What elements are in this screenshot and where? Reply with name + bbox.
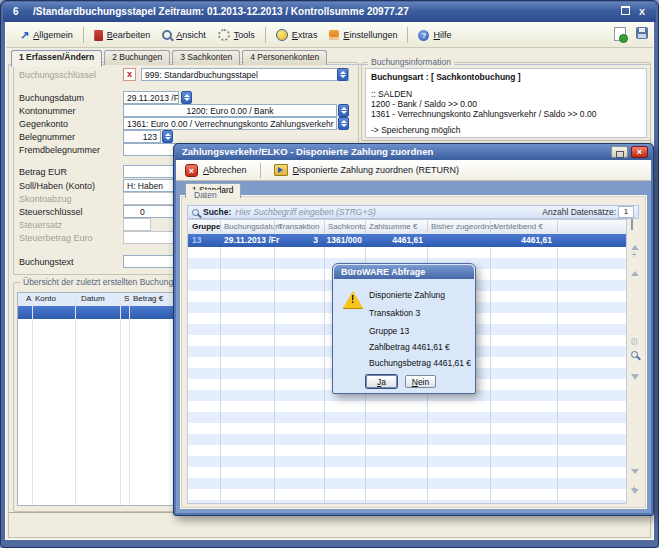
label-soll-haben: Soll/Haben (Konto): [19, 181, 95, 191]
filter-icon[interactable]: [631, 381, 639, 389]
toolbar-right: [614, 27, 648, 41]
label-steuersatz: Steuersatz: [19, 220, 62, 230]
salden-title-text: :: SALDEN: [371, 89, 412, 99]
new-document-icon[interactable]: [614, 27, 626, 41]
menu-item-hilfe[interactable]: ?Hilfe: [412, 28, 457, 43]
buchungsart-text: Buchungsart : [ Sachkontobuchung ]: [371, 72, 521, 82]
col-zahlsumme[interactable]: Zahlsumme €: [369, 222, 417, 231]
dialog-titlebar: Zahlungsverkehr/ELKO - Disponierte Zahlu…: [175, 144, 652, 160]
record-count-value: 1: [618, 206, 634, 218]
extras-icon: [276, 29, 288, 41]
cell-buchungsdatum: 29.11.2013 /Fr: [224, 235, 279, 245]
menu-separator: [407, 27, 408, 43]
dialog-pin-button[interactable]: [611, 146, 628, 158]
toolbar-separator: [260, 163, 261, 178]
group-uebersicht-label: Übersicht der zuletzt erstellten Buchung…: [20, 277, 186, 287]
saldo-bank-text: 1200 - Bank / Saldo >> 0.00: [371, 99, 477, 109]
label-betrag-eur: Betrag EUR: [19, 167, 67, 177]
search-label: Suche:: [203, 207, 231, 217]
gear-icon: [218, 29, 230, 41]
yes-button[interactable]: Ja: [366, 375, 397, 388]
zoom-icon[interactable]: [631, 351, 638, 360]
tab-sachkonten[interactable]: 3 Sachkonten: [172, 50, 240, 65]
speicherung-status-text: -> Speicherung möglich: [371, 125, 461, 135]
scroll-up-icon[interactable]: [631, 263, 639, 271]
msg-line-5: Buchungsbetrag 4461,61 €: [369, 358, 471, 368]
scroll-to-top-icon[interactable]: [631, 237, 639, 245]
window-title: /Standardbuchungsstapel Zeitraum: 01.201…: [33, 6, 409, 17]
menu-item-tools[interactable]: Tools: [212, 27, 261, 43]
col-gruppe[interactable]: Gruppe: [192, 222, 220, 231]
kontonummer-spinner[interactable]: [338, 104, 349, 117]
col-sachkonto[interactable]: Sachkonto: [328, 222, 366, 231]
msg-line-4: Zahlbetrag 4461,61 €: [369, 342, 450, 352]
add-row-icon[interactable]: +: [631, 251, 637, 259]
edit-book-icon: [94, 30, 103, 41]
clear-buchungsschluessel-button[interactable]: x: [123, 68, 136, 81]
menu-separator: [265, 27, 266, 43]
search-placeholder: Hier Suchbegriff eingeben (STRG+S): [235, 207, 376, 217]
screenshot-stage: 6 /Standardbuchungsstapel Zeitraum: 01.2…: [0, 0, 659, 548]
menu-item-bearbeiten[interactable]: Bearbeiten: [88, 28, 157, 43]
buchungsschluessel-field[interactable]: 999: Standardbuchungsstapel: [141, 68, 349, 81]
dialog-close-button[interactable]: ×: [631, 146, 648, 158]
payment-row-selected[interactable]: 13 29.11.2013 /Fr 3 1361/000 4461,61 446…: [188, 234, 626, 247]
search-bar[interactable]: Suche: Hier Suchbegriff eingeben (STRG+S…: [187, 205, 639, 219]
overview-col-betrag[interactable]: Betrag €: [133, 294, 163, 303]
menu-separator: [83, 27, 84, 43]
msg-line-1: Disponierte Zahlung: [369, 290, 445, 300]
scroll-to-bottom-icon[interactable]: [631, 495, 639, 503]
menu-item-allgemein[interactable]: ↗Allgemein: [14, 28, 79, 42]
pin-icon: [616, 151, 624, 158]
arrow-up-right-icon: ↗: [20, 30, 29, 40]
tab-erfassen-aendern[interactable]: 1 Erfassen/Ändern: [11, 50, 102, 67]
label-buchungsschluessel: Buchungsschlüssel: [19, 70, 96, 80]
col-transaktion[interactable]: Transaktion: [278, 222, 320, 231]
belegnummer-spinner[interactable]: [162, 130, 173, 143]
cell-zahlsumme: 4461,61: [365, 235, 423, 245]
cancel-button[interactable]: × Abbrechen: [181, 163, 251, 178]
buchungsdatum-spinner[interactable]: [181, 91, 192, 104]
buchungsschluessel-spinner[interactable]: [337, 68, 348, 81]
messagebox-titlebar: BüroWARE Abfrage: [334, 265, 474, 279]
column-options-icon[interactable]: [631, 221, 633, 229]
gegenkonto-field[interactable]: 1361: Euro 0.00 / Verrechnungskonto Zahl…: [123, 117, 337, 130]
overview-col-a[interactable]: A: [26, 294, 31, 303]
belegnummer-field[interactable]: 123: [123, 130, 161, 143]
tab-buchungen[interactable]: 2 Buchungen: [104, 50, 170, 65]
overview-col-datum[interactable]: Datum: [81, 294, 105, 303]
overview-col-konto[interactable]: Konto: [35, 294, 56, 303]
resize-columns-icon[interactable]: (|): [631, 337, 637, 345]
msg-line-2: Transaktion 3: [369, 308, 420, 318]
menu-item-einstellungen[interactable]: Einstellungen: [323, 28, 403, 42]
save-icon[interactable]: [636, 27, 648, 39]
assign-payment-button[interactable]: Disponierte Zahlung zuordnen (RETURN): [270, 163, 464, 177]
buchungsdatum-field[interactable]: 29.11.2013 /Fr: [123, 91, 179, 104]
restore-button[interactable]: [618, 6, 632, 19]
cell-transaktion: 3: [274, 235, 318, 245]
tab-row: 1 Erfassen/Ändern 2 Buchungen 3 Sachkont…: [11, 50, 329, 65]
label-buchungsdatum: Buchungsdatum: [19, 93, 84, 103]
col-verbleibend[interactable]: Verbleibend €: [494, 222, 543, 231]
label-belegnummer: Belegnummer: [19, 132, 75, 142]
label-fremdbelegnummer: Fremdbelegnummer: [19, 145, 100, 155]
settings-icon: [329, 30, 339, 40]
menu-item-extras[interactable]: Extras: [270, 27, 324, 43]
label-steuerschluessel: Steuerschlüssel: [19, 207, 83, 217]
scroll-down-icon[interactable]: [631, 475, 639, 483]
no-button[interactable]: Nein: [405, 375, 436, 388]
close-button[interactable]: X: [635, 6, 649, 19]
kontonummer-field[interactable]: 1200: Euro 0.00 / Bank: [123, 104, 337, 117]
cell-gruppe: 13: [192, 235, 201, 245]
label-gegenkonto: Gegenkonto: [19, 119, 68, 129]
tab-personenkonten[interactable]: 4 Personenkonten: [242, 50, 327, 65]
gegenkonto-spinner[interactable]: [338, 117, 349, 130]
record-count-label: Anzahl Datensätze:: [542, 207, 616, 217]
col-bisher-zugeordnet[interactable]: Bisher zugeordnet: [431, 222, 496, 231]
menu-item-ansicht[interactable]: Ansicht: [156, 28, 212, 42]
restore-icon: [621, 6, 630, 15]
menu-bar: ↗Allgemein Bearbeiten Ansicht Tools Extr…: [6, 23, 653, 48]
table-side-toolbar: + (|) +: [629, 219, 645, 504]
label-kontonummer: Kontonummer: [19, 106, 76, 116]
saldo-verrechnung-text: 1361 - Verrechnungskonto Zahlungsverkehr…: [371, 109, 596, 119]
